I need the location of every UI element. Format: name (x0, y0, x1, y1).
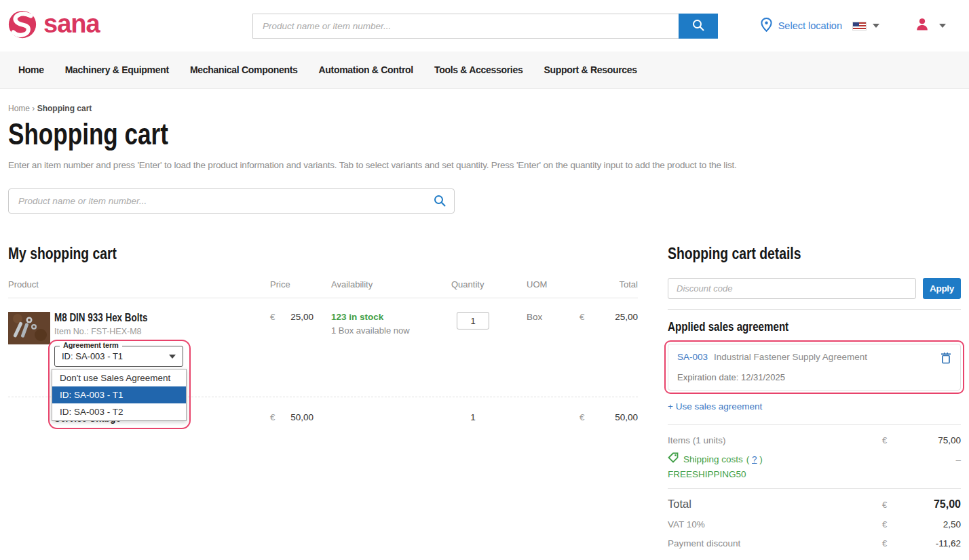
payment-discount-value: -11,62 (900, 538, 961, 548)
availability-note: 1 Box available now (331, 325, 436, 336)
price-cell: € 50,00 (262, 412, 323, 424)
trash-icon (940, 356, 951, 366)
account-caret-icon (939, 24, 946, 28)
paren-close: ) (759, 454, 763, 464)
currency-symbol: € (270, 412, 276, 424)
divider (668, 488, 961, 489)
currency-symbol: € (882, 500, 900, 510)
main-content: Home › Shopping cart Shopping cart Enter… (0, 104, 969, 560)
product-item-number: Item No.: FST-HEX-M8 (54, 327, 183, 336)
agreement-term-select[interactable]: Agreement term ID: SA-003 - T1 (54, 346, 183, 367)
cart-details-panel: Shopping cart details Apply Applied sale… (668, 245, 961, 560)
chevron-down-icon (169, 355, 176, 359)
totals-items-row: Items (1 units) € 75,00 (668, 435, 961, 445)
sana-logo-icon (7, 9, 38, 43)
currency-symbol: € (882, 435, 900, 445)
totals-shipping-row: Shipping costs ( ? ) FREESHIPPING50 – (668, 452, 961, 479)
agreement-term-label: Agreement term (60, 341, 122, 349)
person-icon (915, 17, 930, 35)
tag-icon (668, 452, 679, 466)
total-label: Total (668, 498, 882, 511)
breadcrumb-separator: › (32, 104, 35, 113)
quantity-input[interactable] (457, 312, 489, 329)
quick-add-input[interactable] (8, 188, 455, 214)
nav-item-machinery-equipment[interactable]: Machinery & Equipment (65, 64, 169, 75)
shipping-code: FREESHIPPING50 (668, 469, 882, 479)
applied-agreement-card-wrap: SA-003 Industrial Fastener Supply Agreem… (668, 344, 961, 391)
sana-logo-word: sana (43, 11, 100, 37)
nav-item-tools-accessories[interactable]: Tools & Accessories (434, 64, 522, 75)
currency-symbol: € (580, 312, 585, 397)
product-name[interactable]: M8 DIN 933 Hex Bolts (54, 312, 183, 324)
agreement-name: Industrial Fastener Supply Agreement (714, 352, 935, 362)
price-value: 25,00 (290, 312, 314, 397)
quantity-value: 1 (436, 412, 510, 424)
cart-details-title: Shopping cart details (668, 245, 961, 263)
cart-table-header: Product Price Availability Quantity UOM … (8, 279, 638, 298)
quantity-cell (436, 312, 510, 397)
currency-symbol: € (882, 538, 900, 548)
total-cell: € 25,00 (571, 312, 638, 397)
shipping-value: – (900, 455, 961, 465)
breadcrumb-home[interactable]: Home (8, 104, 30, 113)
totals-total-row: Total € 75,00 (668, 498, 961, 511)
nav-item-automation-control[interactable]: Automation & Control (319, 64, 413, 75)
price-value: 50,00 (290, 412, 314, 424)
language-caret-icon (873, 24, 879, 28)
agreement-id-link[interactable]: SA-003 (677, 352, 708, 362)
col-product: Product (8, 279, 262, 289)
totals-vat-row: VAT 10% € 2,50 (668, 519, 961, 529)
map-pin-icon (761, 18, 772, 35)
price-cell: € 25,00 (262, 312, 323, 397)
search-icon[interactable] (433, 194, 446, 210)
breadcrumb: Home › Shopping cart (8, 104, 961, 113)
header-search-input[interactable] (252, 14, 679, 39)
product-thumbnail[interactable] (8, 312, 50, 344)
nav-item-home[interactable]: Home (18, 64, 44, 75)
option-sa003-t1[interactable]: ID: SA-003 - T1 (52, 386, 186, 403)
currency-symbol: € (580, 412, 585, 424)
payment-discount-label: Payment discount (668, 538, 882, 548)
shipping-help-link[interactable]: ? (752, 454, 757, 464)
uom-cell (510, 412, 571, 424)
uom-cell: Box (510, 312, 571, 397)
use-sales-agreement-link[interactable]: + Use sales agreement (668, 401, 762, 412)
cart-row-hex-bolts: M8 DIN 933 Hex Bolts Item No.: FST-HEX-M… (8, 298, 638, 397)
items-label: Items (1 units) (668, 435, 882, 445)
option-dont-use[interactable]: Don't use Sales Agreement (52, 369, 186, 386)
total-cell: € 50,00 (571, 412, 638, 424)
vat-label: VAT 10% (668, 519, 882, 529)
location-selector[interactable]: Select location (761, 18, 879, 35)
col-total: Total (571, 279, 638, 289)
currency-symbol: € (882, 519, 900, 529)
header-right: Select location (718, 17, 969, 35)
quick-add-search (8, 188, 455, 214)
sana-logo[interactable]: sana (7, 9, 252, 43)
page-description: Enter an item number and press 'Enter' t… (8, 160, 961, 170)
product-cell: M8 DIN 933 Hex Bolts Item No.: FST-HEX-M… (8, 312, 262, 397)
us-flag-icon (852, 22, 867, 31)
header-search-button[interactable] (679, 14, 718, 39)
nav-item-support-resources[interactable]: Support & Resources (544, 64, 636, 75)
agreement-options-list: Don't use Sales Agreement ID: SA-003 - T… (52, 369, 187, 421)
availability-cell: 123 in stock 1 Box available now (323, 312, 436, 397)
items-value: 75,00 (900, 435, 961, 445)
shipping-costs-label: Shipping costs (683, 454, 743, 464)
nav-item-mechanical-components[interactable]: Mechanical Components (190, 64, 298, 75)
main-nav: Home Machinery & Equipment Mechanical Co… (0, 52, 969, 89)
applied-agreement-title: Applied sales agreement (668, 320, 961, 334)
agreement-term-value: ID: SA-003 - T1 (62, 351, 123, 361)
option-sa003-t2[interactable]: ID: SA-003 - T2 (52, 403, 186, 420)
total-value: 75,00 (900, 498, 961, 511)
page-title: Shopping cart (8, 119, 961, 149)
account-menu[interactable] (915, 17, 946, 35)
site-header: sana Select location (0, 0, 969, 52)
currency-symbol: € (270, 312, 276, 397)
col-uom: UOM (510, 279, 571, 289)
remove-agreement-button[interactable] (940, 352, 951, 366)
col-availability: Availability (323, 279, 436, 289)
cart-title: My shopping cart (8, 245, 638, 263)
apply-button[interactable]: Apply (923, 278, 961, 299)
discount-code-input[interactable] (668, 278, 916, 299)
applied-agreement-card: SA-003 Industrial Fastener Supply Agreem… (668, 344, 961, 391)
